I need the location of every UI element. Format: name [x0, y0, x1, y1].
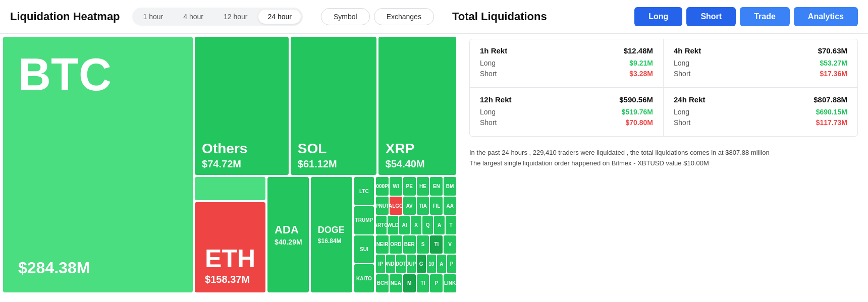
stats-block-1h: 1h Rekt $12.48M Long $9.21M Short $3.28M [470, 39, 664, 88]
eth-name: ETH [205, 246, 255, 272]
heatmap-cell-algo[interactable]: ALGO [390, 197, 402, 215]
heatmap-cell-bch[interactable]: BCH [376, 274, 389, 292]
heatmap-cell-link[interactable]: LINK [444, 274, 456, 292]
heatmap-cell-fil[interactable]: FIL [430, 197, 443, 215]
heatmap-cell-en[interactable]: EN [430, 177, 443, 195]
exchanges-button[interactable]: Exchanges [374, 8, 434, 25]
long-value-4h: $53.27M [820, 59, 847, 67]
long-label-12h: Long [480, 108, 496, 116]
heatmap-cell-1000pe[interactable]: 1000PE [376, 177, 389, 195]
stats-grid: 1h Rekt $12.48M Long $9.21M Short $3.28M… [469, 39, 858, 137]
heatmap-cell-neir[interactable]: NEIR [376, 235, 389, 254]
heatmap-cell-jup[interactable]: JUP [407, 255, 416, 273]
heatmap-cell-sui[interactable]: SUI [354, 235, 374, 264]
heatmap-cell-ber[interactable]: BER [403, 235, 416, 254]
btc-value: $284.38M [18, 259, 178, 277]
heatmap-cell-ti2[interactable]: TI [417, 274, 429, 292]
short-label-4h: Short [674, 70, 690, 78]
time-btn-12h[interactable]: 12 hour [214, 10, 256, 24]
long-value-24h: $690.15M [816, 108, 847, 116]
heatmap-cell-ord[interactable]: ORD [390, 235, 402, 254]
short-button[interactable]: Short [686, 7, 736, 26]
stats-block-12h: 12h Rekt $590.56M Long $519.76M Short $7… [470, 88, 664, 136]
heatmap-cell-btc[interactable]: BTC $284.38M [3, 37, 193, 292]
heatmap-container: BTC $284.38M Others $74.72M SOL $61.12M [0, 34, 459, 295]
heatmap-cell-others[interactable]: Others $74.72M [195, 37, 289, 175]
heatmap-cell-g[interactable]: G [417, 255, 426, 273]
long-value-1h: $9.21M [629, 59, 653, 67]
heatmap-cell-ondo[interactable]: ONDO [386, 255, 395, 273]
rekt-value-4h: $70.63M [818, 46, 847, 55]
heatmap-cell-q[interactable]: Q [422, 216, 433, 234]
main-content: BTC $284.38M Others $74.72M SOL $61.12M [0, 34, 868, 295]
heatmap-cell-dot[interactable]: DOT [396, 255, 405, 273]
heatmap-cell-xrp[interactable]: XRP $54.40M [378, 37, 456, 175]
long-label-24h: Long [674, 108, 689, 116]
heatmap-cell-ada[interactable]: ADA $40.29M [267, 177, 309, 292]
time-btn-4h[interactable]: 4 hour [174, 10, 212, 24]
heatmap-cell-a2[interactable]: A [434, 216, 445, 234]
heatmap-cell-s[interactable]: S [417, 235, 429, 254]
eth-value: $158.37M [205, 274, 255, 285]
trade-button[interactable]: Trade [740, 7, 790, 26]
heatmap-cell-he[interactable]: HE [417, 177, 429, 195]
time-btn-24h[interactable]: 24 hour [258, 10, 300, 24]
heatmap-cell-p2[interactable]: P [430, 274, 443, 292]
short-label-24h: Short [674, 118, 690, 127]
section-title: Total Liquidations [452, 10, 547, 23]
heatmap-cell-doge[interactable]: DOGE $16.84M [311, 177, 352, 292]
time-filter-group: 1 hour 4 hour 12 hour 24 hour [132, 8, 303, 26]
heatmap-cell-sol[interactable]: SOL $61.12M [291, 37, 376, 175]
rekt-value-1h: $12.48M [624, 46, 653, 55]
heatmap-cell-x[interactable]: X [411, 216, 421, 234]
heatmap-cell-wi[interactable]: WI [390, 177, 402, 195]
heatmap-cell-kaito[interactable]: KAITO [354, 264, 374, 292]
stats-block-4h: 4h Rekt $70.63M Long $53.27M Short $17.3… [664, 39, 857, 88]
info-line1: In the past 24 hours , 229,410 traders w… [469, 148, 858, 158]
rekt-label-12h: 12h Rekt [480, 95, 512, 104]
analytics-button[interactable]: Analytics [794, 7, 858, 26]
info-section: In the past 24 hours , 229,410 traders w… [469, 143, 858, 169]
rekt-label-24h: 24h Rekt [674, 95, 706, 104]
long-value-12h: $519.76M [622, 108, 653, 116]
heatmap-cell-p[interactable]: P [447, 255, 456, 273]
heatmap-cell-nea[interactable]: NEA [390, 274, 402, 292]
heatmap-cell-tia[interactable]: TIA [417, 197, 429, 215]
btc-name: BTC [18, 52, 178, 97]
heatmap-cell-ti[interactable]: TI [430, 235, 443, 254]
heatmap-cell-10[interactable]: 10 [427, 255, 436, 273]
rekt-label-1h: 1h Rekt [480, 46, 507, 55]
short-value-12h: $70.80M [626, 118, 653, 127]
heatmap-cell-v[interactable]: V [444, 235, 456, 254]
heatmap-cell-aa[interactable]: AA [444, 197, 456, 215]
heatmap-cell-t[interactable]: T [446, 216, 456, 234]
heatmap-cell-av[interactable]: AV [403, 197, 416, 215]
heatmap-cell-ip[interactable]: IP [376, 255, 385, 273]
heatmap-cell-ltc[interactable]: LTC [354, 177, 374, 205]
page-title: Liquidation Heatmap [10, 10, 120, 23]
time-btn-1h[interactable]: 1 hour [134, 10, 173, 24]
heatmap-cell-pe[interactable]: PE [403, 177, 416, 195]
heatmap-cell-bm[interactable]: BM [444, 177, 456, 195]
heatmap-cell-ap[interactable]: A [437, 255, 446, 273]
heatmap-cell-fartco[interactable]: FARTCO [376, 216, 387, 234]
short-value-4h: $17.36M [820, 70, 847, 78]
heatmap-cell-pnut[interactable]: PNUT [376, 197, 389, 215]
rekt-value-24h: $807.88M [813, 95, 847, 104]
long-button[interactable]: Long [634, 7, 682, 26]
long-label-4h: Long [674, 59, 689, 67]
short-label-12h: Short [480, 118, 497, 127]
heatmap-cell-wld[interactable]: WLD [388, 216, 398, 234]
heatmap-cell-m[interactable]: M [403, 274, 416, 292]
filter-buttons: Symbol Exchanges [321, 8, 434, 25]
heatmap-cell-eth[interactable]: ETH $158.37M [195, 202, 265, 292]
heatmap-cell-ai[interactable]: AI [399, 216, 410, 234]
symbol-button[interactable]: Symbol [321, 8, 370, 25]
short-value-1h: $3.28M [629, 70, 653, 78]
header: Liquidation Heatmap 1 hour 4 hour 12 hou… [0, 0, 868, 34]
short-value-24h: $117.73M [816, 118, 847, 127]
stats-block-24h: 24h Rekt $807.88M Long $690.15M Short $1… [664, 88, 857, 136]
action-buttons: Long Short Trade Analytics [634, 7, 858, 26]
long-label-1h: Long [480, 59, 496, 67]
heatmap-cell-trump[interactable]: TRUMP [354, 206, 374, 234]
